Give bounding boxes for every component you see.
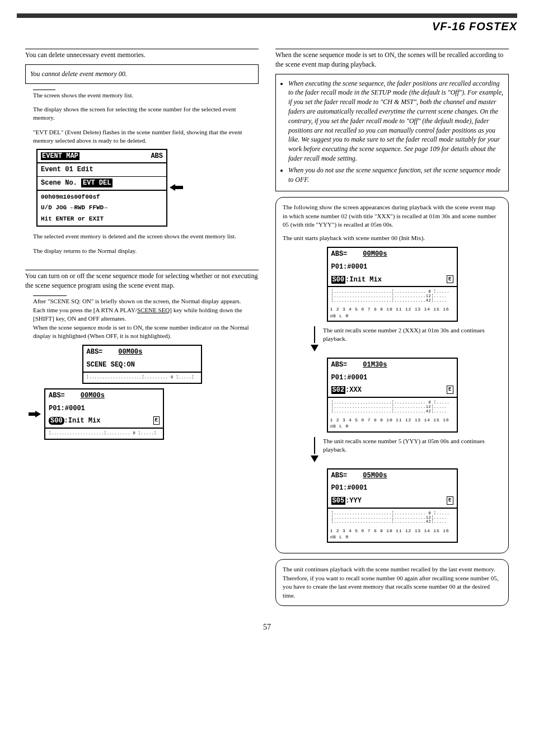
lcd-playback-00: ABS=00M00s P01:#0001 S00:Init MixE ╎....… [327,247,458,322]
lcd-abs: ABS [151,152,163,161]
left-column: You can delete unnecessary event memorie… [25,44,259,612]
section-onoff: You can turn on or off the scene sequenc… [25,270,259,290]
lcd-normal-display: ABS= 00M00s P01:#0001 S00:Init MixE ╎...… [44,388,164,440]
play-start: The unit starts playback with scene numb… [283,234,502,242]
note-li1: When executing the scene sequence, the f… [288,79,504,163]
lcd-title: EVENT MAP [41,152,79,160]
onoff-body3: When the scene sequence mode is set to O… [33,323,259,341]
flow2-text: The unit recalls scene number 5 (YYY) at… [323,437,502,454]
note-text: You cannot delete event memory 00. [30,70,127,78]
lcd-l3a: Scene No. [41,179,77,187]
arrow-down-icon [311,345,318,351]
header-logo: VF-16 FOSTEX [17,20,517,33]
arrow-right-icon [29,411,42,417]
step1-body: The screen shows the event memory list. [33,91,259,100]
arrow-down-icon [311,456,318,462]
lcd-event-edit: EVENT MAP ABS Event 01 Edit Scene No. EV… [36,149,167,227]
lcd-evt-del: EVT DEL [81,179,113,187]
step3-body: "EVT DEL" (Event Delete) flashes in the … [33,128,259,145]
lcd-l5: U/D JOG ←RWD FFWD→ [38,204,166,214]
tail-note: The unit continues playback with the sce… [275,559,509,606]
arrow-left-icon [170,184,183,191]
header-bar [17,13,517,18]
flow1-text: The unit recalls scene number 2 (XXX) at… [323,326,502,344]
onoff-body2: Each time you press the [A RTN A PLAY/SC… [33,306,259,323]
onoff-body1: After "SCENE SQ: ON" is briefly shown on… [33,297,259,306]
note-box-no-delete-00: You cannot delete event memory 00. [25,64,259,84]
rbox-intro: The following show the screen appearance… [283,203,502,229]
lcd-playback-05: ABS=05M00s P01:#0001 S05:YYYE ╎.........… [327,468,458,543]
section-exec: When the scene sequence mode is set to O… [275,49,509,69]
page-number: 57 [0,623,534,643]
lcd-l6: Hit ENTER or EXIT [38,215,166,226]
step4-body: The selected event memory is deleted and… [33,232,259,241]
right-column: When the scene sequence mode is set to O… [275,44,509,612]
section-delete: You can delete unnecessary event memorie… [25,49,259,60]
lcd-playback-02: ABS=01M30s P01:#0001 S02:XXXE ╎.........… [327,358,458,433]
step5-body: The display returns to the Normal displa… [33,247,259,255]
note-li2: When you do not use the scene sequence f… [288,166,504,185]
rounded-example-box: The following show the screen appearance… [275,197,509,553]
step2-body: The display shows the screen for selecti… [33,105,259,123]
lcd-scene-seq-on: ABS= 00M00s SCENE SEQ:ON ╎..............… [82,345,202,383]
note-box-exec: When executing the scene sequence, the f… [275,74,509,192]
lcd-l4: 00h09m10s00f00sf [38,191,166,204]
lcd-l2: Event 01 Edit [38,163,166,177]
